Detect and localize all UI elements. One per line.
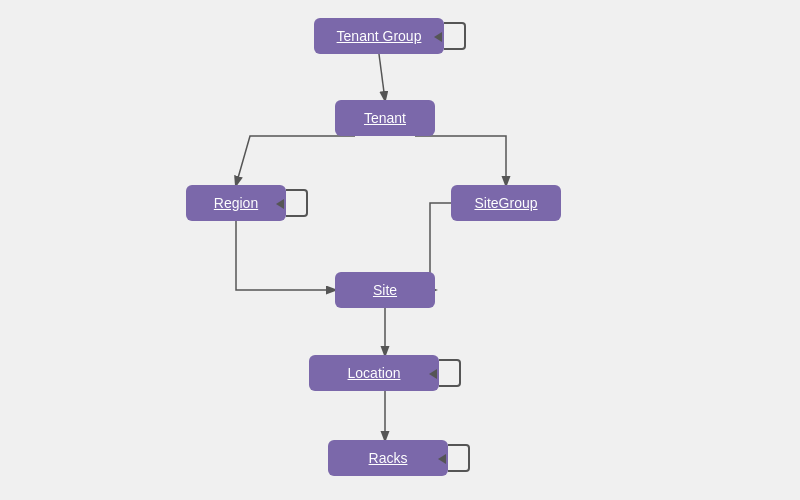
location-self-arrow [439,359,461,387]
svg-marker-3 [434,32,442,42]
region-node[interactable]: Region [186,185,286,221]
diagram-svg [0,0,800,500]
tenant-group-label: Tenant Group [337,28,422,44]
tenant-group-self-arrow [444,22,466,50]
svg-marker-6 [438,454,446,464]
region-label: Region [214,195,258,211]
svg-marker-5 [429,369,437,379]
racks-node[interactable]: Racks [328,440,448,476]
region-self-arrow [286,189,308,217]
site-node[interactable]: Site [335,272,435,308]
location-self-arrow-head [429,369,443,379]
tenant-label: Tenant [364,110,406,126]
site-label: Site [373,282,397,298]
location-label: Location [348,365,401,381]
svg-marker-4 [276,199,284,209]
site-group-label: SiteGroup [474,195,537,211]
svg-line-0 [379,54,385,100]
racks-label: Racks [369,450,408,466]
racks-self-arrow [448,444,470,472]
tenant-group-self-arrow-head [434,32,448,42]
tenant-group-node[interactable]: Tenant Group [314,18,444,54]
region-self-arrow-head [276,199,290,209]
tenant-node[interactable]: Tenant [335,100,435,136]
site-group-node[interactable]: SiteGroup [451,185,561,221]
diagram-container: Tenant Group Tenant Region SiteGroup Sit… [0,0,800,500]
location-node[interactable]: Location [309,355,439,391]
racks-self-arrow-head [438,454,452,464]
